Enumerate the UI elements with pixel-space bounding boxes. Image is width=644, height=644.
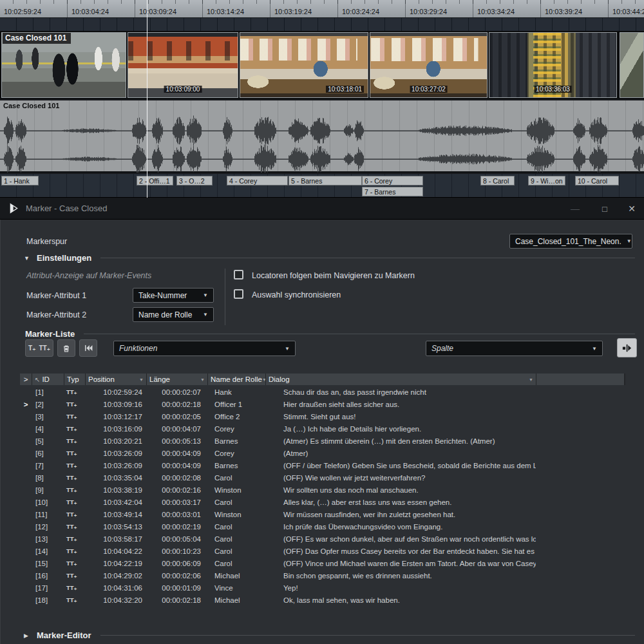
video-clip-thumbnail[interactable]: [620, 32, 644, 98]
column-header-typ[interactable]: Typ: [64, 374, 85, 385]
marker-length-cell[interactable]: 00:00:01:09: [147, 584, 207, 592]
close-button[interactable]: ✕: [622, 198, 641, 220]
marker-dialog-cell[interactable]: (Atmer): [266, 450, 536, 457]
marker-table-row[interactable]: [3] TT₊ 10:03:12:17 00:00:02:05 Office 2…: [20, 410, 625, 422]
marker-id-cell[interactable]: [12]: [32, 523, 64, 531]
marker-position-cell[interactable]: 10:03:38:19: [86, 486, 146, 494]
marker-role-name-cell[interactable]: Hank: [208, 388, 265, 396]
marker-dialog-cell[interactable]: Schau dir das an, das passt irgendwie ni…: [266, 388, 536, 396]
marker-length-cell[interactable]: 00:00:04:09: [147, 450, 207, 457]
marker-table-row[interactable]: [9] TT₊ 10:03:38:19 00:00:02:16 Winston …: [20, 484, 625, 496]
marker-id-cell[interactable]: [17]: [32, 584, 64, 592]
marker-table-row[interactable]: [15] TT₊ 10:04:22:19 00:00:06:09 Carol (…: [20, 557, 625, 569]
marker-dialog-cell[interactable]: Alles klar, (…) aber erst lass uns was e…: [266, 498, 536, 506]
maximize-button[interactable]: □: [595, 198, 614, 220]
marker-dialog-cell[interactable]: Hier draußen sieht alles sicher aus.: [266, 401, 536, 408]
marker-position-cell[interactable]: 10:03:16:09: [86, 425, 146, 433]
marker-role-name-cell[interactable]: Corey: [208, 450, 265, 457]
locators-follow-checkbox[interactable]: [234, 270, 243, 279]
marker-position-cell[interactable]: 10:04:22:19: [86, 560, 146, 567]
marker-table-row[interactable]: [18] TT₊ 10:04:32:20 00:00:02:18 Michael…: [20, 594, 625, 606]
marker-dialog-cell[interactable]: Ja (…) Ich habe die Details hier vorlieg…: [266, 425, 536, 433]
marker-id-cell[interactable]: [4]: [32, 425, 64, 433]
marker-table-row[interactable]: [1] TT₊ 10:02:59:24 00:00:02:07 Hank Sch…: [20, 386, 625, 398]
marker-position-cell[interactable]: 10:03:49:14: [86, 511, 146, 518]
marker-length-cell[interactable]: 00:00:10:23: [147, 547, 207, 555]
funktionen-dropdown[interactable]: Funktionen ▼: [113, 341, 296, 356]
marker-dialog-cell[interactable]: (OFF) Es war schon dunkel, aber auf den …: [266, 535, 536, 543]
marker-window-titlebar[interactable]: Marker - Case Closed — □ ✕: [0, 198, 644, 220]
marker-length-cell[interactable]: 00:00:05:13: [147, 437, 207, 445]
marker-position-cell[interactable]: 10:04:31:06: [86, 584, 146, 592]
marker-length-cell[interactable]: 00:00:02:08: [147, 474, 207, 482]
marker-dialog-cell[interactable]: (OFF) Wie wollen wir jetzt weiterverfahr…: [266, 474, 536, 482]
marker-id-cell[interactable]: [11]: [32, 511, 64, 518]
marker-role-name-cell[interactable]: Barnes: [208, 462, 265, 469]
timecode-ruler[interactable]: 10:02:59:2410:03:04:2410:03:09:2410:03:1…: [0, 0, 644, 18]
video-clip-thumbnail[interactable]: 10:03:18:01: [240, 32, 368, 98]
column-header-name[interactable]: Name der Rolle ▼: [208, 374, 265, 385]
marker-id-cell[interactable]: [5]: [32, 437, 64, 445]
marker-table-row[interactable]: [4] TT₊ 10:03:16:09 00:00:04:07 Corey Ja…: [20, 422, 625, 435]
timeline-marker[interactable]: 3 - O…2: [176, 176, 213, 185]
marker-dialog-cell[interactable]: Bin schon gespannt, wie es drinnen aussi…: [266, 572, 536, 580]
video-clip-thumbnail[interactable]: 10:03:09:00: [128, 32, 238, 98]
marker-role-name-cell[interactable]: Vince: [208, 584, 265, 592]
marker-id-cell[interactable]: [10]: [32, 498, 64, 506]
marker-dialog-cell[interactable]: Wir sollten uns das noch mal anschauen.: [266, 486, 536, 494]
column-header-id[interactable]: ↖ ID: [32, 374, 64, 385]
column-header-laenge[interactable]: Länge ▼: [147, 374, 207, 385]
marker-dialog-cell[interactable]: (OFF / über Telefon) Geben Sie uns Besch…: [266, 462, 536, 469]
marker-dialog-cell[interactable]: Ok, lass mal sehen, was wir haben.: [266, 596, 536, 604]
auto-scroll-button[interactable]: [617, 338, 637, 357]
marker-length-cell[interactable]: 00:00:02:06: [147, 572, 207, 580]
marker-id-cell[interactable]: [18]: [32, 596, 64, 604]
marker-role-name-cell[interactable]: Officer 1: [208, 401, 265, 408]
marker-id-cell[interactable]: [8]: [32, 474, 64, 482]
video-track[interactable]: Case Closed 101 10:03:09:00 10:03:18:01 …: [0, 31, 644, 99]
marker-id-cell[interactable]: [1]: [32, 388, 64, 396]
marker-role-name-cell[interactable]: Barnes: [208, 437, 265, 445]
marker-length-cell[interactable]: 00:00:02:16: [147, 486, 207, 494]
timeline-marker[interactable]: 8 - Carol: [480, 176, 515, 185]
marker-id-cell[interactable]: [16]: [32, 572, 64, 580]
audio-track[interactable]: Case Closed 101: [0, 100, 644, 173]
marker-table-row[interactable]: [14] TT₊ 10:04:04:22 00:00:10:23 Carol (…: [20, 545, 625, 557]
marker-id-cell[interactable]: [15]: [32, 560, 64, 567]
marker-id-cell[interactable]: [14]: [32, 547, 64, 555]
spalte-dropdown[interactable]: Spalte ▼: [426, 341, 603, 356]
minimize-button[interactable]: —: [565, 198, 585, 220]
marker-role-name-cell[interactable]: Winston: [208, 511, 265, 518]
marker-position-cell[interactable]: 10:04:29:02: [86, 572, 146, 580]
marker-position-cell[interactable]: 10:02:59:24: [86, 388, 146, 396]
video-clip-thumbnail[interactable]: 10:03:36:03: [489, 32, 617, 98]
marker-position-cell[interactable]: 10:03:12:17: [86, 413, 146, 421]
marker-length-cell[interactable]: 00:00:02:05: [147, 413, 207, 421]
marker-position-cell[interactable]: 10:03:58:17: [86, 535, 146, 543]
timeline-marker[interactable]: 1 - Hank: [1, 176, 39, 185]
timeline-marker[interactable]: 5 - Barnes: [289, 176, 362, 185]
timeline-marker[interactable]: 6 - Corey: [362, 176, 423, 185]
marker-table-row[interactable]: [10] TT₊ 10:03:42:04 00:00:03:17 Carol A…: [20, 496, 625, 508]
marker-role-name-cell[interactable]: Carol: [208, 498, 265, 506]
marker-id-cell[interactable]: [2]: [32, 401, 64, 408]
marker-id-cell[interactable]: [3]: [32, 413, 64, 421]
marker-table-row[interactable]: [12] TT₊ 10:03:54:13 00:00:02:19 Carol I…: [20, 520, 625, 533]
marker-position-cell[interactable]: 10:03:26:09: [86, 462, 146, 469]
video-clip-thumbnail[interactable]: 10:03:27:02: [370, 32, 488, 98]
marker-attribut-2-dropdown[interactable]: Name der Rolle ▼: [133, 307, 214, 322]
marker-role-name-cell[interactable]: Carol: [208, 535, 265, 543]
marker-position-cell[interactable]: 10:03:09:16: [86, 401, 146, 408]
markerspur-dropdown[interactable]: Case_Closed_101_The_Neon. ▼: [509, 234, 632, 249]
marker-length-cell[interactable]: 00:00:03:17: [147, 498, 207, 506]
marker-role-name-cell[interactable]: Office 2: [208, 413, 265, 421]
marker-id-cell[interactable]: [7]: [32, 462, 64, 469]
marker-length-cell[interactable]: 00:00:03:01: [147, 511, 207, 518]
delete-marker-button[interactable]: [57, 339, 75, 357]
marker-length-cell[interactable]: 00:00:02:07: [147, 388, 207, 396]
marker-position-cell[interactable]: 10:03:35:04: [86, 474, 146, 482]
marker-position-cell[interactable]: 10:04:32:20: [86, 596, 146, 604]
marker-table-row[interactable]: [8] TT₊ 10:03:35:04 00:00:02:08 Carol (O…: [20, 471, 625, 484]
marker-role-name-cell[interactable]: Carol: [208, 474, 265, 482]
playhead-cursor[interactable]: [147, 0, 147, 198]
